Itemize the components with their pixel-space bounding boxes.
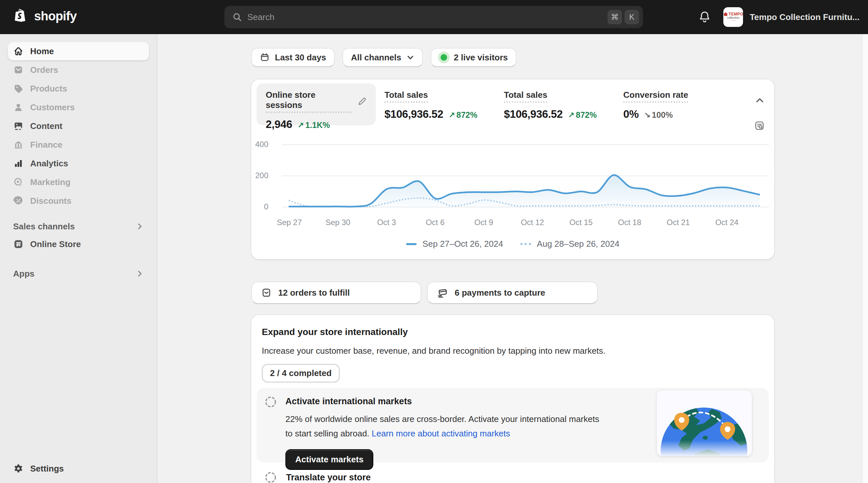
topbar-right: TEMPO collection ~​~​~ Tempo Collection … <box>698 0 860 34</box>
home-dashboard: Last 30 days All channels 2 live visitor… <box>251 34 774 483</box>
chart-legend: Sep 27–Oct 26, 2024 Aug 28–Sep 26, 2024 <box>251 239 774 249</box>
task-description: 22% of worldwide online sales are cross-… <box>285 412 603 441</box>
chevron-right-icon <box>136 222 144 230</box>
store-name: Tempo Collection Furnitu... <box>750 12 860 22</box>
customers-icon <box>13 102 24 113</box>
live-visitors-dot <box>440 54 447 61</box>
activate-markets-task: Activate international markets 22% of wo… <box>256 388 769 463</box>
task-dashed-circle-icon[interactable] <box>265 396 277 470</box>
sidebar-item-label: Settings <box>30 464 64 474</box>
expand-store-card: Expand your store internationally Increa… <box>251 315 774 483</box>
payments-to-capture-button[interactable]: 6 payments to capture <box>427 281 598 304</box>
sidebar-item-products[interactable]: Products <box>8 80 149 98</box>
analytics-card: Online store sessions 2,946 ↗1.1K% Total… <box>251 80 774 259</box>
orders-to-fulfill-button[interactable]: 12 orders to fulfill <box>251 281 421 304</box>
sidebar-item-online-store[interactable]: Online Store <box>8 235 149 253</box>
topbar: shopify Search ⌘ K TEMPO collection ~​~​… <box>0 0 868 34</box>
sidebar-item-label: Content <box>30 121 62 131</box>
delta-badge: ↗1.1K% <box>298 120 330 130</box>
discounts-icon <box>13 195 24 206</box>
x-tick-label: Oct 15 <box>558 218 604 227</box>
task-title: Activate international markets <box>285 396 603 406</box>
notifications-bell-icon[interactable] <box>698 10 712 24</box>
sessions-chart-svg <box>272 141 769 211</box>
legend-current-period: Sep 27–Oct 26, 2024 <box>406 239 503 249</box>
store-menu-button[interactable]: TEMPO collection ~​~​~ Tempo Collection … <box>723 7 860 27</box>
metric-total-sales-2[interactable]: Total sales $106,936.52 ↗872% <box>495 83 606 125</box>
k-key-badge: K <box>625 10 639 24</box>
scrollbar-gutter[interactable] <box>862 34 868 483</box>
metric-online-store-sessions[interactable]: Online store sessions 2,946 ↗1.1K% <box>256 83 376 125</box>
shopify-logo[interactable]: shopify <box>13 8 77 24</box>
task-dashed-circle-icon <box>265 471 277 483</box>
metric-conversion-rate[interactable]: Conversion rate 0% ↘100% <box>614 83 698 125</box>
live-visitors-button[interactable]: 2 live visitors <box>431 48 516 67</box>
sidebar-item-label: Analytics <box>30 158 68 169</box>
delta-badge: ↘100% <box>644 110 673 120</box>
sidebar-item-label: Home <box>30 46 54 56</box>
activate-markets-button[interactable]: Activate markets <box>285 449 373 470</box>
sidebar-item-label: Finance <box>30 140 62 150</box>
sidebar-item-customers[interactable]: Customers <box>8 98 149 117</box>
edit-pencil-icon[interactable] <box>358 97 367 106</box>
x-tick-label: Oct 12 <box>509 218 555 227</box>
sidebar-item-analytics[interactable]: Analytics <box>8 154 149 173</box>
sidebar-item-label: Discounts <box>30 196 71 206</box>
dotted-line-swatch <box>520 243 531 245</box>
sidebar-item-marketing[interactable]: Marketing <box>8 173 149 191</box>
sidebar-nav: Home Orders Products Customers Content F… <box>8 42 149 282</box>
solid-line-swatch <box>406 243 416 245</box>
settings-section: Settings <box>8 459 149 478</box>
store-avatar: TEMPO collection ~​~​~ <box>723 7 743 27</box>
search-placeholder: Search <box>247 12 605 22</box>
content-icon <box>13 121 24 131</box>
metric-total-sales-1[interactable]: Total sales $106,936.52 ↗872% <box>375 83 487 125</box>
chevron-right-icon <box>136 270 144 278</box>
sidebar-item-label: Orders <box>30 65 58 75</box>
expand-card-title: Expand your store internationally <box>262 327 764 337</box>
y-tick-label: 400 <box>255 140 268 149</box>
date-range-button[interactable]: Last 30 days <box>251 48 335 67</box>
payments-icon <box>437 287 448 298</box>
x-tick-label: Oct 18 <box>607 218 652 227</box>
sidebar-item-finance[interactable]: Finance <box>8 135 149 154</box>
collapse-chevron-up-icon[interactable] <box>754 95 765 105</box>
sidebar-item-settings[interactable]: Settings <box>8 459 149 478</box>
x-tick-label: Oct 24 <box>704 218 750 227</box>
x-tick-label: Sep 30 <box>315 218 361 227</box>
sidebar-item-orders[interactable]: Orders <box>8 61 149 79</box>
translate-store-task[interactable]: Translate your store <box>265 471 371 483</box>
sidebar-item-label: Customers <box>30 102 75 113</box>
progress-badge: 2 / 4 completed <box>262 364 340 383</box>
sidebar-item-discounts[interactable]: Discounts <box>8 192 149 210</box>
shopify-bag-icon <box>13 8 30 24</box>
learn-more-link[interactable]: Learn more about activating markets <box>372 428 510 439</box>
x-tick-label: Oct 6 <box>412 218 458 227</box>
channel-filter-button[interactable]: All channels <box>342 48 423 67</box>
insights-report-icon[interactable] <box>754 120 765 131</box>
sidebar-item-label: Online Store <box>30 239 81 249</box>
sidebar-item-label: Marketing <box>30 177 70 187</box>
delta-badge: ↗872% <box>448 110 477 120</box>
chevron-down-icon <box>406 54 414 61</box>
next-task-label: Translate your store <box>286 473 371 483</box>
orders-box-icon <box>261 288 272 298</box>
x-tick-label: Sep 27 <box>267 218 312 227</box>
x-tick-label: Oct 9 <box>461 218 507 227</box>
y-tick-label: 200 <box>255 171 268 180</box>
home-icon <box>13 46 24 56</box>
main-content: Last 30 days All channels 2 live visitor… <box>157 34 868 483</box>
sidebar-item-label: Products <box>30 84 67 94</box>
search-input[interactable]: Search ⌘ K <box>224 6 643 28</box>
search-icon <box>232 12 242 22</box>
delta-badge: ↗872% <box>568 110 597 120</box>
apps-header[interactable]: Apps <box>8 265 149 282</box>
expand-card-subtitle: Increase your customer base, revenue, an… <box>262 346 764 356</box>
marketing-target-icon <box>13 177 24 187</box>
sidebar-item-home[interactable]: Home <box>8 42 149 60</box>
sidebar-item-content[interactable]: Content <box>8 117 149 135</box>
sidebar: Home Orders Products Customers Content F… <box>0 34 157 483</box>
sales-channels-header[interactable]: Sales channels <box>8 218 149 235</box>
online-store-icon <box>13 239 24 249</box>
shopify-wordmark: shopify <box>34 9 77 23</box>
